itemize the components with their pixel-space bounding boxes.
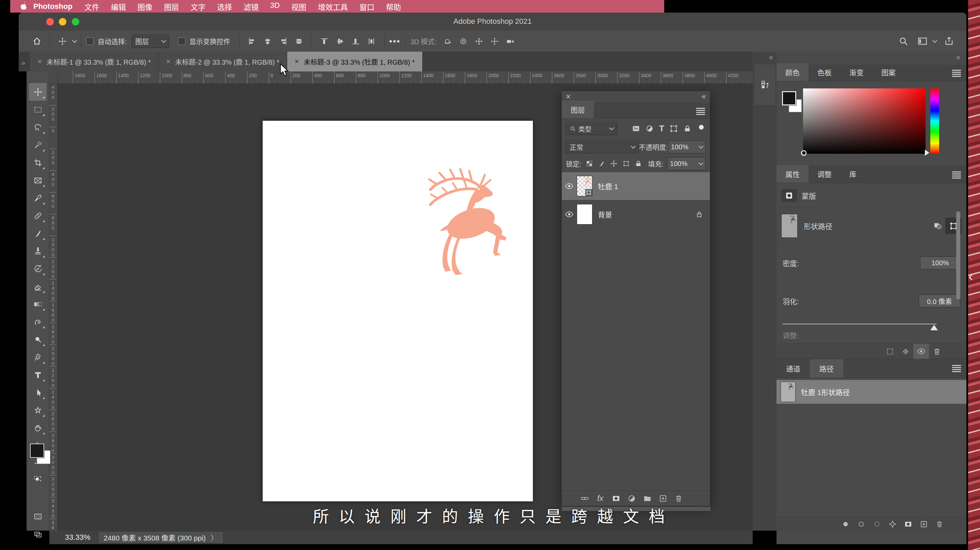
mask-visibility-toggle[interactable] xyxy=(913,344,929,359)
foreground-color-swatch[interactable] xyxy=(30,443,44,458)
opacity-input[interactable]: 100% xyxy=(668,140,706,153)
menu-app-name[interactable]: Photoshop xyxy=(33,2,73,11)
tool-gradient[interactable] xyxy=(29,295,47,313)
filter-adjustment-icon[interactable] xyxy=(646,124,654,133)
3d-camera-icon[interactable] xyxy=(503,37,518,46)
status-expand-chevron-icon[interactable]: 〉 xyxy=(211,532,218,542)
feather-input[interactable]: 0.0 像素 xyxy=(919,294,960,307)
hue-slider[interactable] xyxy=(930,89,939,154)
close-tab-icon[interactable]: × xyxy=(37,57,42,66)
lock-position-icon[interactable] xyxy=(610,160,617,167)
add-shape-path-icon[interactable] xyxy=(930,221,945,230)
properties-scrollbar[interactable] xyxy=(956,211,960,300)
menu-item[interactable]: 编辑 xyxy=(111,1,126,12)
layer-thumbnail[interactable] xyxy=(577,176,592,196)
panel-menu-icon[interactable] xyxy=(696,107,705,116)
align-bottom-icon[interactable] xyxy=(348,37,364,46)
menu-item[interactable]: 增效工具 xyxy=(318,1,348,12)
color-field-marker[interactable] xyxy=(800,149,807,156)
tool-rotate-view[interactable] xyxy=(29,419,47,437)
panel-collapse-chevrons-icon[interactable]: » xyxy=(21,59,25,67)
tool-lasso[interactable] xyxy=(29,118,47,136)
tool-path-select[interactable] xyxy=(29,384,47,401)
apply-mask-icon[interactable] xyxy=(898,347,913,356)
layer-thumbnail[interactable] xyxy=(577,204,592,224)
panel-tab[interactable]: 图案 xyxy=(872,63,904,81)
stag-artwork[interactable] xyxy=(422,163,521,281)
align-top-icon[interactable] xyxy=(317,37,332,46)
panel-tab[interactable]: 色板 xyxy=(808,63,840,81)
tool-eraser[interactable] xyxy=(29,278,47,295)
layer-row-background[interactable]: 背景 xyxy=(562,200,710,229)
close-panel-icon[interactable]: × xyxy=(566,92,571,101)
expand-dock-icon[interactable]: « xyxy=(769,53,773,62)
menu-item[interactable]: 文件 xyxy=(84,1,99,12)
layer-name[interactable]: 背景 xyxy=(598,209,612,219)
layer-effects-icon[interactable]: fx xyxy=(592,494,608,503)
tool-brush[interactable] xyxy=(29,224,47,242)
density-input[interactable]: 100% xyxy=(920,256,960,269)
shape-path-thumbnail[interactable] xyxy=(781,214,798,238)
fill-input[interactable]: 100% xyxy=(667,157,706,170)
layers-panel-tab[interactable]: 图层 xyxy=(562,101,594,118)
menu-item[interactable]: 窗口 xyxy=(360,1,374,12)
panel-menu-icon[interactable] xyxy=(952,69,961,78)
tool-healing-brush[interactable] xyxy=(29,207,47,224)
path-thumbnail[interactable] xyxy=(781,382,795,402)
swap-colors[interactable] xyxy=(29,472,47,486)
tool-smudge[interactable] xyxy=(29,313,47,331)
3d-pan-icon[interactable] xyxy=(471,37,487,46)
new-group-icon[interactable] xyxy=(640,494,655,503)
tool-frame[interactable] xyxy=(29,172,47,189)
hue-slider-marker[interactable] xyxy=(925,149,929,156)
workspace-switcher-icon[interactable] xyxy=(915,36,930,46)
menu-item[interactable]: 3D xyxy=(270,1,280,12)
filter-toggle-icon[interactable] xyxy=(697,124,706,133)
tool-custom-shape[interactable] xyxy=(29,401,47,419)
density-slider-track[interactable] xyxy=(783,323,937,324)
lock-pixels-icon[interactable] xyxy=(598,160,605,167)
path-row[interactable]: 牡鹿 1形状路径 xyxy=(776,380,966,404)
move-tool-option-icon[interactable] xyxy=(54,37,70,46)
show-transform-checkbox[interactable] xyxy=(178,37,185,45)
delete-mask-icon[interactable] xyxy=(929,347,945,356)
tool-move[interactable] xyxy=(29,83,47,101)
align-right-icon[interactable] xyxy=(275,37,291,46)
3d-orbit-icon[interactable] xyxy=(440,37,456,46)
panel-tab[interactable]: 调整 xyxy=(808,165,840,183)
3d-roll-icon[interactable] xyxy=(456,37,471,46)
density-slider-thumb[interactable] xyxy=(930,325,938,330)
link-layers-icon[interactable] xyxy=(577,494,592,503)
share-icon[interactable] xyxy=(941,36,957,46)
auto-select-dropdown[interactable]: 图层 xyxy=(132,34,169,48)
layer-row-stag[interactable]: 牡鹿 1 xyxy=(562,172,710,200)
align-center-horizontal-icon[interactable] xyxy=(260,37,275,46)
filter-type-text-icon[interactable]: T xyxy=(659,124,664,134)
tool-history-brush[interactable] xyxy=(29,260,47,278)
panel-tab[interactable]: 颜色 xyxy=(776,63,808,81)
filter-shape-icon[interactable] xyxy=(670,124,678,133)
ruler-corner[interactable] xyxy=(49,72,58,84)
menu-item[interactable]: 视图 xyxy=(291,1,306,12)
tool-marquee[interactable] xyxy=(29,101,47,118)
new-adjustment-layer-icon[interactable] xyxy=(624,494,640,503)
add-layer-mask-icon[interactable] xyxy=(608,494,624,503)
panel-tab[interactable]: 路径 xyxy=(810,359,843,378)
layer-filter-dropdown[interactable]: 类型 xyxy=(566,122,617,135)
panel-menu-icon[interactable] xyxy=(952,364,961,373)
close-tab-icon[interactable]: × xyxy=(166,57,170,66)
close-tab-icon[interactable]: × xyxy=(295,57,299,66)
menu-item[interactable]: 图层 xyxy=(164,1,179,12)
apple-icon[interactable] xyxy=(20,2,27,11)
history-panel-button[interactable] xyxy=(754,64,776,105)
filter-lock-icon[interactable] xyxy=(683,124,692,133)
collapse-panel-icon[interactable]: « xyxy=(702,92,706,101)
lock-artboard-icon[interactable] xyxy=(622,160,630,167)
lock-all-icon[interactable] xyxy=(635,160,642,167)
more-options-icon[interactable]: ••• xyxy=(389,36,401,47)
saturation-brightness-field[interactable] xyxy=(803,89,926,154)
menu-item[interactable]: 文字 xyxy=(191,1,205,12)
new-layer-icon[interactable] xyxy=(655,494,671,503)
tool-crop[interactable] xyxy=(29,154,47,172)
edge-collapse-arrow-icon[interactable]: ‹ xyxy=(969,269,973,284)
